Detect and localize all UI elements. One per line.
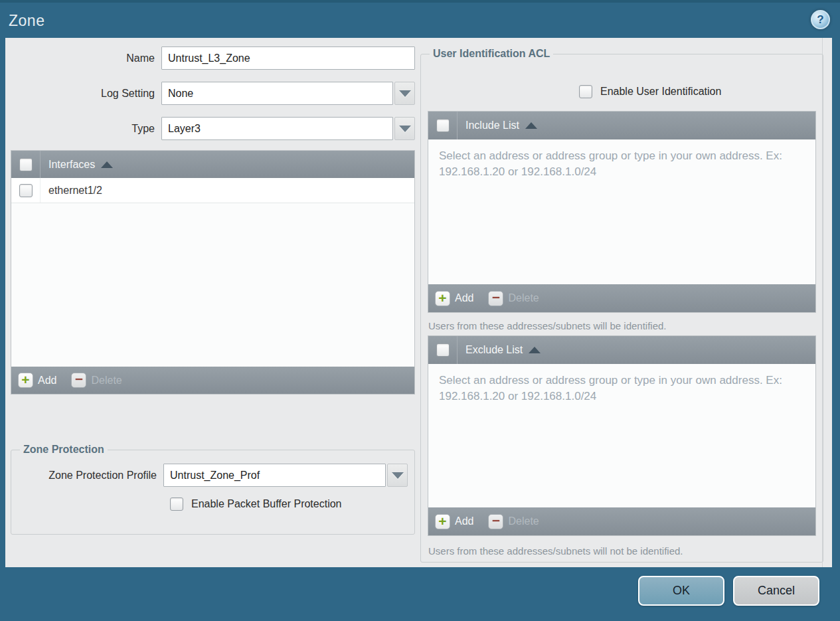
include-add-button[interactable]: + Add xyxy=(435,291,473,306)
include-list-header: Include List xyxy=(428,112,815,139)
zone-protection-profile-input[interactable] xyxy=(163,464,386,487)
interfaces-add-button[interactable]: + Add xyxy=(18,373,56,388)
row-checkbox-cell xyxy=(11,178,41,203)
ok-button[interactable]: OK xyxy=(638,576,724,606)
type-dropdown-button[interactable] xyxy=(394,117,415,140)
enable-user-identification-row: Enable User Identification xyxy=(579,85,816,98)
exclude-list-caption: Users from these addresses/subnets will … xyxy=(428,545,816,557)
interfaces-table: Interfaces ethernet1/2 + Add xyxy=(11,150,415,395)
zone-protection-legend: Zone Protection xyxy=(20,444,108,456)
dialog-body: Name Log Setting Type xyxy=(5,38,832,567)
include-list-footer: + Add − Delete xyxy=(428,284,815,312)
log-setting-label: Log Setting xyxy=(11,88,161,100)
help-icon[interactable]: ? xyxy=(811,10,830,29)
include-list-panel: Include List Select an address or addres… xyxy=(428,111,816,313)
interfaces-table-footer: + Add − Delete xyxy=(11,367,414,394)
include-list-caption: Users from these addresses/subnets will … xyxy=(428,320,816,331)
packet-buffer-row: Enable Packet Buffer Protection xyxy=(170,497,408,511)
exclude-list-panel: Exclude List Select an address or addres… xyxy=(428,335,816,536)
cancel-button[interactable]: Cancel xyxy=(733,576,819,606)
log-setting-input[interactable] xyxy=(161,82,393,105)
interface-name: ethernet1/2 xyxy=(41,185,102,197)
zone-dialog: Zone ? Name Log Setting Ty xyxy=(0,0,840,621)
type-label: Type xyxy=(11,123,161,135)
include-select-all-cell xyxy=(428,112,458,139)
help-glyph: ? xyxy=(817,14,823,25)
type-input[interactable] xyxy=(161,117,393,140)
log-setting-row: Log Setting xyxy=(11,82,415,105)
include-delete-button[interactable]: − Delete xyxy=(488,291,539,306)
add-button-label: Add xyxy=(455,292,473,304)
exclude-list-header: Exclude List xyxy=(428,336,815,364)
exclude-list-footer: + Add − Delete xyxy=(428,507,815,535)
exclude-list-header-label: Exclude List xyxy=(465,344,523,356)
exclude-list-column-header[interactable]: Exclude List xyxy=(458,344,541,356)
enable-user-identification-checkbox[interactable] xyxy=(579,85,592,98)
include-list-column-header[interactable]: Include List xyxy=(458,120,537,132)
delete-icon: − xyxy=(71,373,86,388)
dialog-footer: OK Cancel xyxy=(0,565,840,621)
include-list-body[interactable]: Select an address or address group or ty… xyxy=(428,139,815,284)
user-identification-fieldset: User Identification ACL Enable User Iden… xyxy=(420,48,823,563)
log-setting-dropdown-button[interactable] xyxy=(394,82,415,105)
sort-asc-icon xyxy=(101,161,113,168)
packet-buffer-checkbox[interactable] xyxy=(170,497,183,511)
table-row[interactable]: ethernet1/2 xyxy=(11,178,414,203)
exclude-list-placeholder: Select an address or address group or ty… xyxy=(439,373,805,404)
add-button-label: Add xyxy=(455,515,473,527)
name-label: Name xyxy=(11,52,161,64)
include-list-header-label: Include List xyxy=(465,120,519,132)
add-icon: + xyxy=(435,291,450,306)
interfaces-delete-button[interactable]: − Delete xyxy=(71,373,122,388)
include-select-all-checkbox[interactable] xyxy=(436,119,450,132)
name-row: Name xyxy=(11,46,415,70)
right-column: User Identification ACL Enable User Iden… xyxy=(420,48,823,563)
exclude-select-all-checkbox[interactable] xyxy=(436,343,450,357)
interfaces-table-header: Interfaces xyxy=(11,151,414,178)
sort-asc-icon xyxy=(529,347,541,353)
interfaces-header-label: Interfaces xyxy=(48,159,95,171)
name-input[interactable] xyxy=(161,46,415,70)
delete-button-label: Delete xyxy=(508,292,539,304)
exclude-add-button[interactable]: + Add xyxy=(435,514,473,529)
zone-protection-profile-dropdown-button[interactable] xyxy=(387,464,408,487)
sort-asc-icon xyxy=(525,122,537,129)
add-button-label: Add xyxy=(38,375,56,387)
exclude-select-all-cell xyxy=(428,336,458,364)
chevron-down-icon xyxy=(399,90,411,97)
dialog-title: Zone xyxy=(9,12,44,30)
enable-user-identification-label: Enable User Identification xyxy=(600,86,721,98)
zone-protection-profile-row: Zone Protection Profile xyxy=(18,464,408,487)
zone-protection-fieldset: Zone Protection Zone Protection Profile … xyxy=(11,444,415,535)
interfaces-select-all-cell xyxy=(11,151,41,178)
delete-button-label: Delete xyxy=(508,515,539,527)
delete-button-label: Delete xyxy=(91,375,122,387)
delete-icon: − xyxy=(488,291,503,306)
exclude-list-body[interactable]: Select an address or address group or ty… xyxy=(428,364,815,507)
include-list-placeholder: Select an address or address group or ty… xyxy=(439,148,805,180)
exclude-delete-button[interactable]: − Delete xyxy=(488,514,539,529)
interface-row-checkbox[interactable] xyxy=(19,184,33,197)
add-icon: + xyxy=(435,514,450,529)
packet-buffer-label: Enable Packet Buffer Protection xyxy=(191,498,342,510)
add-icon: + xyxy=(18,373,33,388)
interfaces-table-body: ethernet1/2 xyxy=(11,178,414,367)
chevron-down-icon xyxy=(392,472,404,479)
delete-icon: − xyxy=(488,514,503,529)
dialog-titlebar: Zone ? xyxy=(0,3,840,38)
chevron-down-icon xyxy=(399,126,411,132)
left-column: Name Log Setting Type xyxy=(11,46,415,535)
user-identification-legend: User Identification ACL xyxy=(430,48,553,60)
interfaces-select-all-checkbox[interactable] xyxy=(19,158,33,171)
type-row: Type xyxy=(11,117,415,140)
zone-protection-profile-label: Zone Protection Profile xyxy=(18,470,163,482)
interfaces-column-header[interactable]: Interfaces xyxy=(41,159,113,171)
